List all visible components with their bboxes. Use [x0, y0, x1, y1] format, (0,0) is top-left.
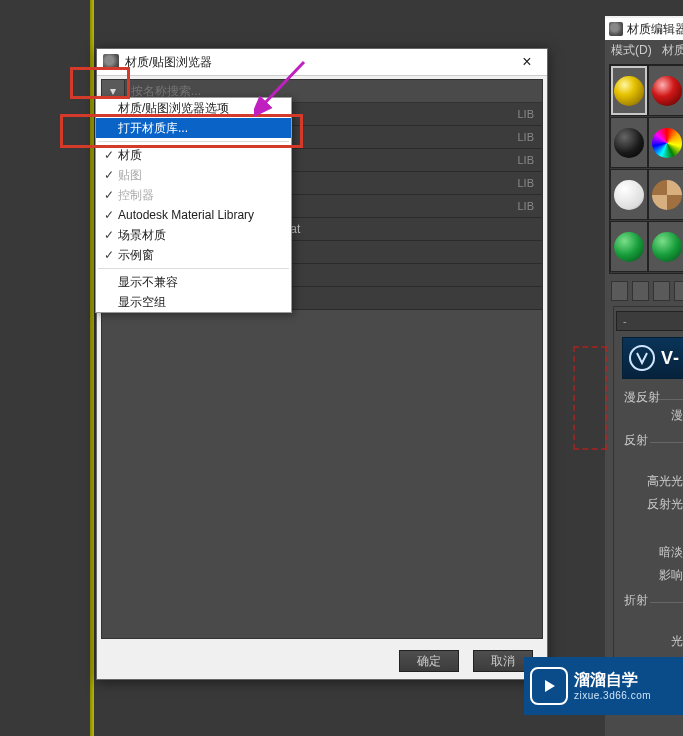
check-icon: ✓ — [100, 188, 118, 202]
param-group: 暗淡距影响通 — [620, 544, 683, 584]
menu-item-label: 显示不兼容 — [118, 274, 178, 291]
menu-item[interactable]: ✓Autodesk Material Library — [96, 205, 291, 225]
param-group-header: 漫反射 — [620, 389, 683, 406]
editor-titlebar[interactable]: 材质编辑器 — [605, 18, 683, 40]
material-slot[interactable] — [610, 65, 648, 116]
menu-item: ✓贴图 — [96, 165, 291, 185]
lib-badge: LIB — [517, 200, 534, 212]
brand-url: zixue.3d66.com — [574, 690, 651, 702]
browser-titlebar[interactable]: 材质/贴图浏览器 × — [97, 49, 547, 76]
toolbar-button[interactable] — [632, 281, 649, 301]
menu-item[interactable]: ✓示例窗 — [96, 245, 291, 265]
menu-item-label: 贴图 — [118, 167, 142, 184]
viewport-edge — [90, 0, 94, 736]
material-slots — [609, 64, 683, 274]
menu-item-label: 控制器 — [118, 187, 154, 204]
menu-item-label: 材质/贴图浏览器选项 — [118, 100, 229, 117]
menu-item[interactable]: ✓材质 — [96, 145, 291, 165]
menu-mode[interactable]: 模式(D) — [611, 42, 652, 59]
menu-item: ✓控制器 — [96, 185, 291, 205]
vray-logo-icon — [629, 345, 655, 371]
lib-badge: LIB — [517, 154, 534, 166]
play-icon — [530, 667, 568, 705]
ok-button[interactable]: 确定 — [399, 650, 459, 672]
toolbar-button[interactable] — [653, 281, 670, 301]
material-slot[interactable] — [610, 117, 648, 168]
menu-item[interactable]: 材质/贴图浏览器选项 — [96, 98, 291, 118]
check-icon: ✓ — [100, 228, 118, 242]
vray-text: V- — [661, 348, 680, 369]
toolbar-button[interactable] — [611, 281, 628, 301]
toolbar-button[interactable] — [674, 281, 683, 301]
menu-item-label: 材质 — [118, 147, 142, 164]
menu-item[interactable]: ✓场景材质 — [96, 225, 291, 245]
options-popup-menu[interactable]: 材质/贴图浏览器选项打开材质库...✓材质✓贴图✓控制器✓Autodesk Ma… — [95, 97, 292, 313]
check-icon: ✓ — [100, 208, 118, 222]
lib-badge: LIB — [517, 131, 534, 143]
param-label: 暗淡距 — [620, 544, 683, 561]
menu-separator — [98, 268, 289, 269]
editor-title: 材质编辑器 — [627, 21, 683, 38]
material-slot[interactable] — [648, 65, 683, 116]
browser-footer: 确定 取消 — [97, 643, 547, 679]
param-label: 漫反 — [620, 407, 683, 424]
param-label: 影响通 — [620, 567, 683, 584]
editor-params: - V- 漫反射漫反反射反高光光泽反射光泽细暗淡距影响通折射折光泽细 — [613, 306, 683, 677]
lib-badge: LIB — [517, 177, 534, 189]
menu-item-label: 场景材质 — [118, 227, 166, 244]
param-label: 折 — [620, 610, 683, 627]
material-slot[interactable] — [648, 117, 683, 168]
param-label: 反射光泽 — [620, 496, 683, 513]
brand-watermark: 溜溜自学 zixue.3d66.com — [524, 657, 683, 715]
menu-item-label: 显示空组 — [118, 294, 166, 311]
menu-item[interactable]: 打开材质库... — [96, 118, 291, 138]
menu-item[interactable]: 显示不兼容 — [96, 272, 291, 292]
material-slot[interactable] — [648, 221, 683, 272]
param-group-header: 反射 — [620, 432, 683, 449]
material-slot[interactable] — [648, 169, 683, 220]
menu-material[interactable]: 材质( — [662, 42, 683, 59]
lib-badge: LIB — [517, 108, 534, 120]
material-slot[interactable] — [610, 221, 648, 272]
app-icon — [103, 54, 119, 70]
editor-toolbar — [609, 278, 683, 304]
menu-separator — [98, 141, 289, 142]
app-icon — [609, 22, 623, 36]
check-icon: ✓ — [100, 168, 118, 182]
param-label: 反 — [620, 450, 683, 467]
check-icon: ✓ — [100, 248, 118, 262]
material-slot[interactable] — [610, 169, 648, 220]
param-group-header: 折射 — [620, 592, 683, 609]
param-group: 漫反射漫反 — [620, 389, 683, 424]
close-icon[interactable]: × — [513, 53, 541, 71]
vray-banner: V- — [622, 337, 683, 379]
browser-title: 材质/贴图浏览器 — [125, 54, 212, 71]
check-icon: ✓ — [100, 148, 118, 162]
menu-item[interactable]: 显示空组 — [96, 292, 291, 312]
editor-menubar[interactable]: 模式(D) 材质( — [605, 40, 683, 60]
menu-item-label: 示例窗 — [118, 247, 154, 264]
menu-item-label: 打开材质库... — [118, 120, 188, 137]
param-group: 反射反高光光泽反射光泽细 — [620, 432, 683, 536]
material-name-field[interactable]: - — [616, 311, 683, 331]
param-label: 细 — [620, 519, 683, 536]
material-editor: 材质编辑器 模式(D) 材质( - V- 漫反射漫反反射反高光光泽反射光泽细暗淡… — [605, 16, 683, 736]
brand-name: 溜溜自学 — [574, 670, 651, 689]
menu-item-label: Autodesk Material Library — [118, 208, 254, 222]
param-label: 光泽 — [620, 633, 683, 650]
param-label: 高光光泽 — [620, 473, 683, 490]
